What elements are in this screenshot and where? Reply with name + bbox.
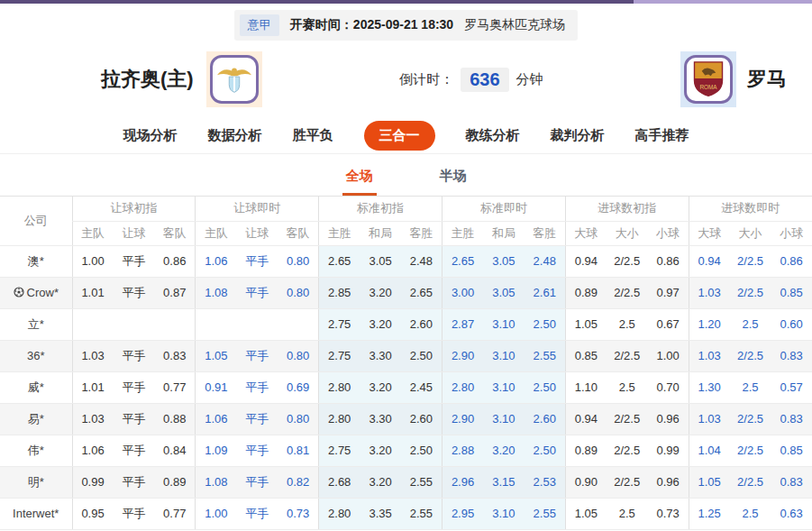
odds-cell: 0.90 bbox=[565, 466, 607, 498]
subtab-full-match[interactable]: 全场 bbox=[342, 168, 377, 196]
roma-crest-icon: ROMA bbox=[691, 60, 725, 98]
odds-cell: 平手 bbox=[114, 498, 155, 529]
odds-cell: 2.80 bbox=[442, 371, 483, 403]
odds-cell: 3.20 bbox=[360, 308, 401, 340]
top-progress-bar bbox=[0, 0, 812, 4]
odds-cell: 0.73 bbox=[648, 498, 689, 529]
odds-cell: 0.99 bbox=[648, 435, 689, 466]
odds-cell: 2.55 bbox=[525, 498, 566, 529]
odds-cell: 2.5 bbox=[730, 371, 771, 403]
odds-cell: 3.10 bbox=[483, 403, 525, 435]
countdown: 倒计时： 636 分钟 bbox=[262, 68, 680, 92]
odds-cell: 1.03 bbox=[689, 340, 730, 371]
company-cell[interactable]: 伟* bbox=[0, 435, 72, 466]
odds-cell: 1.10 bbox=[565, 371, 607, 403]
company-cell[interactable]: 威* bbox=[0, 371, 72, 403]
venue-name: 罗马奥林匹克球场 bbox=[464, 17, 565, 33]
group-header: 标准初指 bbox=[319, 197, 442, 221]
odds-cell: 2.60 bbox=[401, 308, 442, 340]
table-row: 立*2.753.202.602.873.102.501.052.50.671.2… bbox=[0, 308, 812, 340]
period-subtabs: 全场 半场 bbox=[0, 154, 812, 197]
odds-cell: 平手 bbox=[236, 403, 278, 435]
odds-cell: 2.50 bbox=[525, 308, 566, 340]
company-cell[interactable]: 明* bbox=[0, 466, 72, 498]
odds-cell: 0.86 bbox=[154, 245, 196, 277]
odds-cell: 2.95 bbox=[442, 498, 483, 529]
odds-cell: 2.50 bbox=[401, 435, 442, 466]
lazio-eagle-icon bbox=[215, 60, 253, 98]
odds-cell: 1.08 bbox=[196, 277, 237, 308]
odds-cell: 2.80 bbox=[319, 498, 360, 529]
company-column-header: 公司 bbox=[0, 197, 72, 245]
odds-cell: 平手 bbox=[236, 340, 278, 371]
odds-cell: 平手 bbox=[114, 340, 155, 371]
odds-cell: 0.80 bbox=[278, 245, 319, 277]
svg-text:ROMA: ROMA bbox=[699, 84, 717, 90]
sub-column-header: 主胜 bbox=[442, 221, 483, 245]
odds-cell: 3.10 bbox=[483, 340, 525, 371]
odds-cell bbox=[114, 308, 155, 340]
company-cell[interactable]: 立* bbox=[0, 308, 72, 340]
odds-cell: 0.83 bbox=[771, 403, 812, 435]
match-info-strip: 意甲 开赛时间：2025-09-21 18:30 罗马奥林匹克球场 bbox=[0, 4, 812, 41]
odds-cell: 1.00 bbox=[72, 245, 114, 277]
odds-cell: 3.10 bbox=[483, 371, 525, 403]
odds-cell: 2/2.5 bbox=[730, 403, 771, 435]
tab-three-in-one[interactable]: 三合一 bbox=[364, 121, 435, 151]
odds-cell: 0.70 bbox=[648, 371, 689, 403]
odds-cell: 0.86 bbox=[771, 245, 812, 277]
tab-win-draw-lose[interactable]: 胜平负 bbox=[293, 127, 333, 144]
progress-segment-light bbox=[634, 0, 812, 4]
odds-cell: 1.06 bbox=[72, 435, 114, 466]
group-header: 进球数即时 bbox=[689, 197, 812, 221]
odds-cell: 0.88 bbox=[154, 403, 196, 435]
odds-cell: 0.99 bbox=[72, 466, 114, 498]
odds-cell: 平手 bbox=[236, 371, 278, 403]
sub-column-header: 大球 bbox=[689, 221, 730, 245]
company-cell[interactable]: Interwet* bbox=[0, 498, 72, 529]
table-row: 威*1.01平手0.770.91平手0.692.803.202.452.803.… bbox=[0, 371, 812, 403]
odds-cell: 0.63 bbox=[771, 498, 812, 529]
odds-cell: 平手 bbox=[236, 466, 278, 498]
odds-cell: 2.48 bbox=[401, 245, 442, 277]
odds-cell: 2/2.5 bbox=[730, 435, 771, 466]
odds-cell: 2.80 bbox=[319, 403, 360, 435]
odds-cell: 2.5 bbox=[607, 308, 648, 340]
odds-cell: 3.05 bbox=[360, 245, 401, 277]
odds-cell: 0.96 bbox=[648, 403, 689, 435]
sub-column-header: 小球 bbox=[771, 221, 812, 245]
tab-data-analysis[interactable]: 数据分析 bbox=[208, 127, 262, 144]
table-row: Interwet*0.95平手0.771.00平手0.732.803.352.5… bbox=[0, 498, 812, 529]
company-cell[interactable]: 易* bbox=[0, 403, 72, 435]
odds-cell: 0.80 bbox=[278, 277, 319, 308]
odds-cell: 2.55 bbox=[401, 498, 442, 529]
company-cell[interactable]: 澳* bbox=[0, 245, 72, 277]
table-row: 伟*1.06平手0.841.09平手0.812.753.202.502.883.… bbox=[0, 435, 812, 466]
subtab-half-match[interactable]: 半场 bbox=[436, 168, 470, 196]
odds-cell: 2.68 bbox=[319, 466, 360, 498]
sub-column-header: 客胜 bbox=[401, 221, 442, 245]
tab-live-analysis[interactable]: 现场分析 bbox=[123, 127, 178, 144]
league-badge: 意甲 bbox=[240, 14, 279, 36]
main-nav: 现场分析 数据分析 胜平负 三合一 教练分析 裁判分析 高手推荐 bbox=[0, 118, 812, 154]
odds-cell: 1.03 bbox=[72, 403, 114, 435]
company-cell[interactable]: 36* bbox=[0, 340, 72, 371]
odds-cell: 2.5 bbox=[607, 498, 648, 529]
odds-cell: 1.03 bbox=[689, 277, 730, 308]
tab-coach-analysis[interactable]: 教练分析 bbox=[466, 127, 520, 144]
odds-cell: 2.50 bbox=[525, 371, 566, 403]
tab-expert-picks[interactable]: 高手推荐 bbox=[635, 127, 689, 144]
odds-cell: 平手 bbox=[236, 498, 278, 529]
company-cell[interactable]: Crow* bbox=[0, 277, 72, 308]
odds-cell: 2/2.5 bbox=[730, 466, 771, 498]
odds-cell: 0.89 bbox=[565, 277, 607, 308]
odds-cell: 1.05 bbox=[565, 498, 607, 529]
sub-column-header: 大小 bbox=[607, 221, 648, 245]
progress-segment-dark bbox=[0, 0, 634, 4]
odds-cell: 3.20 bbox=[360, 277, 401, 308]
sub-column-header: 主胜 bbox=[319, 221, 360, 245]
odds-cell: 2.55 bbox=[401, 466, 442, 498]
odds-cell: 2.96 bbox=[442, 466, 483, 498]
tab-referee-analysis[interactable]: 裁判分析 bbox=[551, 127, 605, 144]
odds-cell bbox=[196, 308, 237, 340]
